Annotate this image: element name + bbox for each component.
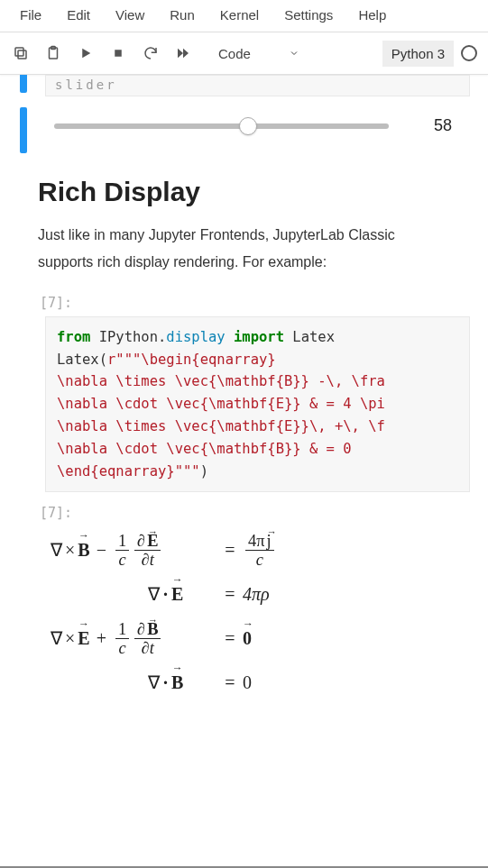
copy-icon[interactable]	[5, 38, 36, 69]
code-text: Latex	[284, 329, 335, 345]
kernel-name[interactable]: Python 3	[382, 41, 454, 67]
equation-3: E 1c Bt = 0	[51, 617, 470, 661]
paste-icon[interactable]	[38, 38, 69, 69]
code-str: \nabla \times \vec{\mathbf{B}} -\, \fra	[57, 373, 385, 389]
intro-paragraph: Just like in many Jupyter Frontends, Jup…	[38, 222, 450, 277]
svg-rect-5	[115, 50, 122, 57]
menu-settings[interactable]: Settings	[272, 2, 345, 28]
svg-marker-7	[183, 49, 189, 59]
heading-rich-display: Rich Display	[38, 177, 450, 207]
code-text	[226, 329, 234, 345]
equation-1: B 1c Et = 4πjc	[51, 528, 470, 572]
code-str: \end{eqnarray}"""	[57, 463, 200, 480]
menu-help[interactable]: Help	[345, 2, 399, 28]
input-prompt: [7]:	[40, 295, 488, 311]
code-mod: display	[166, 329, 225, 345]
code-text: )	[200, 463, 208, 480]
kernel-status-icon[interactable]	[461, 45, 477, 61]
output-prompt: [7]:	[40, 505, 488, 521]
code-str: r"""\begin{eqnarray}	[107, 352, 276, 368]
run-icon[interactable]	[70, 38, 101, 69]
code-text: Latex(	[57, 352, 107, 368]
toolbar: Code Python 3	[0, 32, 488, 75]
slider-thumb[interactable]	[239, 117, 257, 135]
menu-edit[interactable]: Edit	[54, 2, 103, 28]
menubar: File Edit View Run Kernel Settings Help	[0, 0, 488, 32]
code-text	[90, 329, 98, 345]
code-cell[interactable]: from IPython.display import Latex Latex(…	[45, 316, 470, 493]
svg-marker-4	[82, 49, 90, 59]
restart-icon[interactable]	[135, 38, 166, 69]
slider-cell: 58	[0, 100, 488, 160]
menu-kernel[interactable]: Kernel	[207, 2, 272, 28]
code-kw: from	[57, 329, 90, 345]
code-str: \nabla \cdot \vec{\mathbf{E}} & = 4 \pi	[57, 396, 385, 412]
stop-icon[interactable]	[103, 38, 134, 69]
code-text: .	[158, 329, 166, 345]
code-mod: IPython	[99, 329, 158, 345]
cell-selection-bar	[20, 75, 27, 93]
cell-type-select[interactable]: Code	[209, 42, 308, 65]
fast-forward-icon[interactable]	[168, 38, 198, 69]
code-kw: import	[234, 329, 284, 345]
svg-rect-0	[18, 50, 26, 59]
prev-output-text: slider	[45, 75, 470, 96]
code-str: \nabla \cdot \vec{\mathbf{B}} & = 0	[57, 441, 352, 457]
equation-2: E = 4πρ	[51, 572, 470, 617]
svg-marker-6	[178, 49, 183, 59]
svg-rect-1	[15, 48, 23, 56]
cell-selection-bar	[20, 107, 27, 153]
notebook-content: slider 58 Rich Display Just like in many…	[0, 75, 488, 868]
chevron-down-icon	[289, 46, 299, 61]
code-str: \nabla \times \vec{\mathbf{E}}\, +\, \f	[57, 418, 385, 434]
equation-4: B = 0	[51, 661, 470, 705]
menu-run[interactable]: Run	[157, 2, 207, 28]
slider-widget[interactable]	[54, 123, 389, 129]
menu-view[interactable]: View	[103, 2, 157, 28]
cell-type-label: Code	[218, 46, 251, 61]
menu-file[interactable]: File	[7, 2, 54, 28]
slider-value: 58	[434, 116, 452, 135]
prev-cell-fragment: slider	[0, 75, 488, 96]
latex-output: B 1c Et = 4πjc E = 4πρ E 1c Bt	[51, 528, 470, 705]
